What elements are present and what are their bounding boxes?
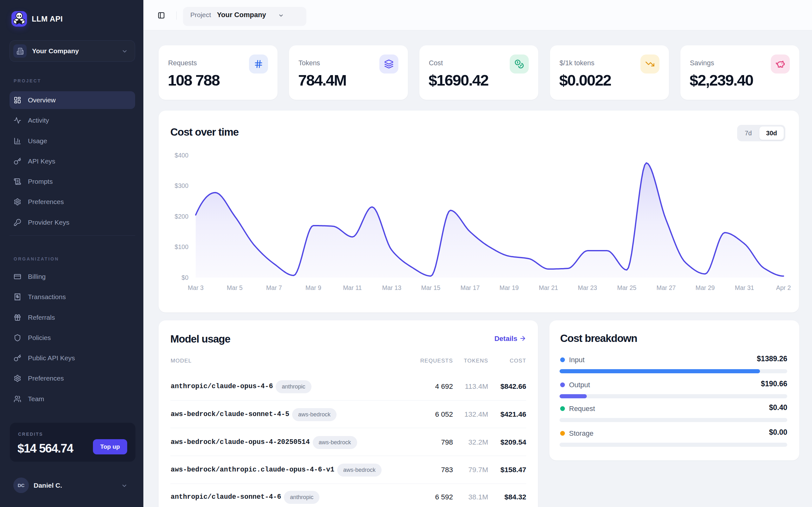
svg-text:Mar 19: Mar 19 [500,284,519,291]
svg-text:Mar 29: Mar 29 [696,284,715,291]
svg-text:Mar 3: Mar 3 [188,284,204,291]
svg-text:Apr 2: Apr 2 [776,284,791,291]
svg-text:$0: $0 [182,274,189,281]
svg-text:Mar 13: Mar 13 [382,284,402,291]
svg-text:$300: $300 [175,182,189,189]
svg-text:$200: $200 [175,213,189,220]
svg-text:Mar 15: Mar 15 [421,284,441,291]
svg-text:Mar 11: Mar 11 [343,284,362,291]
svg-text:$400: $400 [175,152,189,159]
svg-text:Mar 9: Mar 9 [305,284,321,291]
svg-text:Mar 27: Mar 27 [657,284,676,291]
svg-text:Mar 5: Mar 5 [227,284,243,291]
svg-text:Mar 23: Mar 23 [578,284,597,291]
svg-text:Mar 21: Mar 21 [539,284,558,291]
svg-text:Mar 31: Mar 31 [735,284,754,291]
svg-text:$100: $100 [175,243,189,250]
svg-text:Mar 17: Mar 17 [461,284,480,291]
svg-text:Mar 25: Mar 25 [617,284,637,291]
svg-text:Mar 7: Mar 7 [266,284,282,291]
